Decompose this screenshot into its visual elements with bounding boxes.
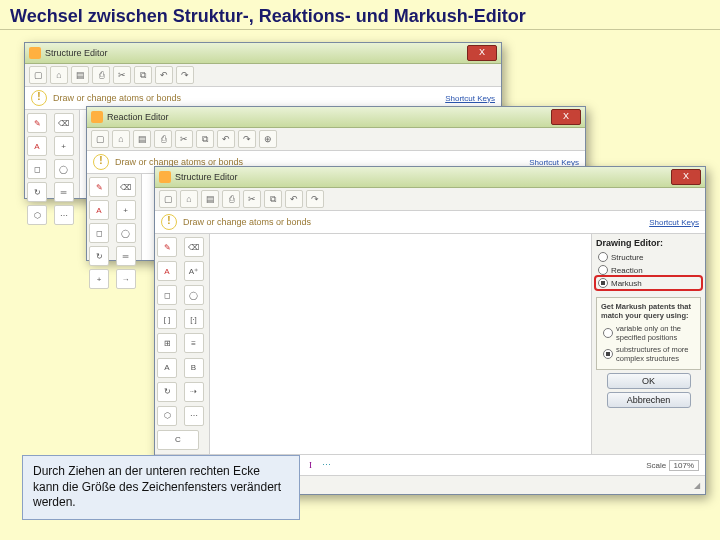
- toolbar: ▢ ⌂ ▤ ⎙ ✂ ⧉ ↶ ↷ ⊕: [87, 128, 585, 151]
- ring-icon[interactable]: ⬡: [27, 205, 47, 225]
- option-structure[interactable]: Structure: [596, 251, 701, 263]
- app-icon: [29, 47, 41, 59]
- lasso-icon[interactable]: ◯: [54, 159, 74, 179]
- bond-icon[interactable]: ═: [54, 182, 74, 202]
- pencil-icon[interactable]: ✎: [89, 177, 109, 197]
- titlebar[interactable]: Reaction Editor X: [87, 107, 585, 128]
- option-label: Reaction: [611, 266, 643, 275]
- new-icon[interactable]: ▢: [159, 190, 177, 208]
- arrow-icon[interactable]: →: [116, 269, 136, 289]
- scale-value[interactable]: 107%: [669, 460, 699, 471]
- query-option-variable[interactable]: variable only on the specified positions: [601, 323, 696, 343]
- close-button[interactable]: X: [467, 45, 497, 61]
- save-icon[interactable]: ▤: [133, 130, 151, 148]
- cancel-button[interactable]: Abbrechen: [607, 392, 691, 408]
- cut-icon[interactable]: ✂: [113, 66, 131, 84]
- text-a-icon[interactable]: A: [157, 358, 177, 378]
- eraser-icon[interactable]: ⌫: [116, 177, 136, 197]
- ok-button[interactable]: OK: [607, 373, 691, 389]
- carbon-icon[interactable]: C: [157, 430, 199, 450]
- option-label: variable only on the specified positions: [616, 324, 694, 342]
- hint-text: Draw or change atoms or bonds: [53, 93, 439, 103]
- copy-icon[interactable]: ⧉: [134, 66, 152, 84]
- shortcut-link[interactable]: Shortcut Keys: [445, 94, 495, 103]
- panel-header: Drawing Editor:: [596, 238, 701, 248]
- period-icon[interactable]: ⊞: [157, 333, 177, 353]
- scale-label: Scale 107%: [646, 461, 699, 470]
- atom-icon[interactable]: A: [89, 200, 109, 220]
- cut-icon[interactable]: ✂: [243, 190, 261, 208]
- shortcut-link[interactable]: Shortcut Keys: [649, 218, 699, 227]
- misc-icon[interactable]: ⋯: [184, 406, 204, 426]
- save-icon[interactable]: ▤: [201, 190, 219, 208]
- bracket-icon[interactable]: [ ]: [157, 309, 177, 329]
- option-reaction[interactable]: Reaction: [596, 264, 701, 276]
- open-icon[interactable]: ⌂: [112, 130, 130, 148]
- charge-icon[interactable]: +: [54, 136, 74, 156]
- menu-icon[interactable]: ≡: [184, 333, 204, 353]
- close-button[interactable]: X: [671, 169, 701, 185]
- undo-icon[interactable]: ↶: [217, 130, 235, 148]
- rotate-icon[interactable]: ↻: [27, 182, 47, 202]
- charge-icon[interactable]: +: [116, 200, 136, 220]
- plus-icon[interactable]: +: [89, 269, 109, 289]
- tool-palette: ✎ ⌫ A + ◻ ◯ ↻ ═ ⬡ ⋯: [25, 110, 80, 198]
- redo-icon[interactable]: ↷: [306, 190, 324, 208]
- drawing-canvas[interactable]: [210, 234, 591, 454]
- misc-icon[interactable]: ⋯: [54, 205, 74, 225]
- bracket2-icon[interactable]: [·]: [184, 309, 204, 329]
- open-icon[interactable]: ⌂: [50, 66, 68, 84]
- query-option-substructure[interactable]: substructures of more complex structures: [601, 344, 696, 364]
- ring-icon[interactable]: ⬡: [157, 406, 177, 426]
- tool-palette: ✎ ⌫ A A⁺ ◻ ◯ [ ] [·] ⊞ ≡ A B ↻ ⇢ ⬡ ⋯ C: [155, 234, 210, 454]
- titlebar[interactable]: Structure Editor X: [155, 167, 705, 188]
- titlebar[interactable]: Structure Editor X: [25, 43, 501, 64]
- atom-icon[interactable]: A: [27, 136, 47, 156]
- save-icon[interactable]: ▤: [71, 66, 89, 84]
- undo-icon[interactable]: ↶: [285, 190, 303, 208]
- rotate-icon[interactable]: ↻: [157, 382, 177, 402]
- toolbar: ▢ ⌂ ▤ ⎙ ✂ ⧉ ↶ ↷: [25, 64, 501, 87]
- redo-icon[interactable]: ↷: [176, 66, 194, 84]
- lasso-icon[interactable]: ◯: [184, 285, 204, 305]
- copy-icon[interactable]: ⧉: [264, 190, 282, 208]
- new-icon[interactable]: ▢: [91, 130, 109, 148]
- text-b-icon[interactable]: B: [184, 358, 204, 378]
- print-icon[interactable]: ⎙: [92, 66, 110, 84]
- elem-i[interactable]: I: [309, 460, 312, 470]
- app-icon: [91, 111, 103, 123]
- stage: Structure Editor X ▢ ⌂ ▤ ⎙ ✂ ⧉ ↶ ↷ ! Dra…: [0, 30, 720, 528]
- info-icon: !: [161, 214, 177, 230]
- select-icon[interactable]: ◻: [89, 223, 109, 243]
- new-icon[interactable]: ▢: [29, 66, 47, 84]
- radio-icon: [598, 278, 608, 288]
- undo-icon[interactable]: ↶: [155, 66, 173, 84]
- app-icon: [159, 171, 171, 183]
- close-button[interactable]: X: [551, 109, 581, 125]
- pencil-icon[interactable]: ✎: [27, 113, 47, 133]
- redo-icon[interactable]: ↷: [238, 130, 256, 148]
- print-icon[interactable]: ⎙: [222, 190, 240, 208]
- bond-icon[interactable]: ═: [116, 246, 136, 266]
- link-icon[interactable]: ⇢: [184, 382, 204, 402]
- open-icon[interactable]: ⌂: [180, 190, 198, 208]
- resize-handle-icon[interactable]: ◢: [694, 481, 700, 490]
- option-markush[interactable]: Markush: [596, 277, 701, 289]
- atom-icon[interactable]: A: [157, 261, 177, 281]
- eraser-icon[interactable]: ⌫: [54, 113, 74, 133]
- select-icon[interactable]: ◻: [27, 159, 47, 179]
- window-markush: Structure Editor X ▢ ⌂ ▤ ⎙ ✂ ⧉ ↶ ↷ ! Dra…: [154, 166, 706, 495]
- copy-icon[interactable]: ⧉: [196, 130, 214, 148]
- eraser-icon[interactable]: ⌫: [184, 237, 204, 257]
- tool-palette: ✎ ⌫ A + ◻ ◯ ↻ ═ + →: [87, 174, 142, 260]
- zoom-icon[interactable]: ⊕: [259, 130, 277, 148]
- rotate-icon[interactable]: ↻: [89, 246, 109, 266]
- pencil-icon[interactable]: ✎: [157, 237, 177, 257]
- select-icon[interactable]: ◻: [157, 285, 177, 305]
- cut-icon[interactable]: ✂: [175, 130, 193, 148]
- more-elements-icon[interactable]: ⋯: [322, 460, 331, 470]
- info-icon: !: [93, 154, 109, 170]
- lasso-icon[interactable]: ◯: [116, 223, 136, 243]
- print-icon[interactable]: ⎙: [154, 130, 172, 148]
- atom2-icon[interactable]: A⁺: [184, 261, 204, 281]
